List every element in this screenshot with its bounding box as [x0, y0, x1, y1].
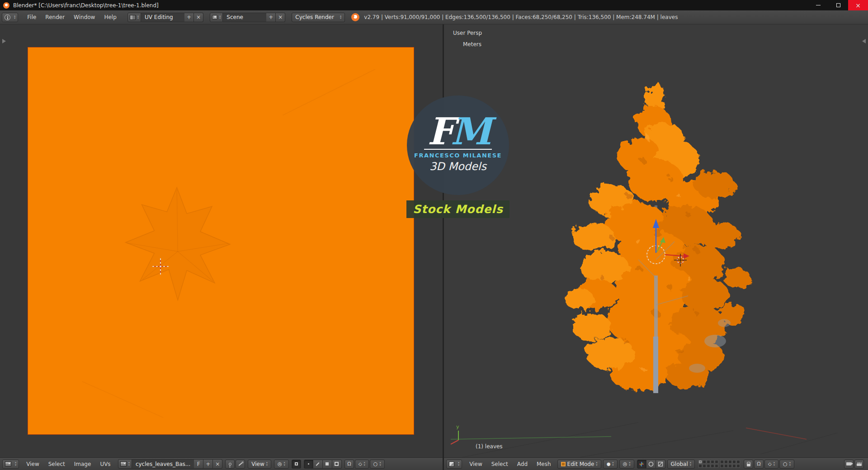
rotate-manipulator-button[interactable]: [646, 460, 656, 469]
close-icon: ×: [855, 2, 861, 9]
new-image-button[interactable]: +: [203, 459, 213, 469]
layer-toggle[interactable]: [698, 464, 702, 468]
image-name-field[interactable]: cycles_leaves_Bas...: [132, 459, 194, 469]
menu-file[interactable]: File: [23, 10, 41, 24]
layer-toggle[interactable]: [720, 460, 724, 464]
add-layout-button[interactable]: +: [184, 13, 194, 22]
proportional-edit-dropdown[interactable]: ○ ▴▾: [370, 460, 385, 469]
browse-image-button[interactable]: ▴▾: [118, 459, 132, 469]
v3d-menu-view[interactable]: View: [465, 458, 486, 470]
uv-menu-view[interactable]: View: [22, 458, 43, 470]
menu-render[interactable]: Render: [41, 10, 69, 24]
render-engine-dropdown[interactable]: Cycles Render ▴▾: [292, 13, 345, 22]
viewport-canvas[interactable]: y User Persp Meters (1) leaves: [444, 24, 868, 457]
layer-toggle[interactable]: [698, 460, 702, 464]
lock-to-scene-button[interactable]: [744, 460, 753, 469]
image-paint-button[interactable]: [236, 460, 245, 469]
layer-toggle[interactable]: [703, 464, 706, 468]
layer-toggle[interactable]: [707, 464, 710, 468]
select-mode-edge-button[interactable]: [313, 460, 323, 469]
snap-element-dropdown[interactable]: ◇ ▴▾: [764, 460, 778, 469]
layers-widget: [698, 460, 740, 468]
uv-mode-dropdown[interactable]: View ▴▾: [248, 460, 271, 469]
snap-target-dropdown[interactable]: ◇ ▴▾: [355, 460, 369, 469]
layer-toggle[interactable]: [732, 460, 736, 464]
viewport-shading-dropdown[interactable]: ● ▴▾: [603, 460, 618, 469]
select-mode-vertex-button[interactable]: [304, 460, 313, 469]
mode-dropdown[interactable]: Edit Mode ▴▾: [557, 460, 601, 469]
fake-user-button[interactable]: F: [194, 459, 203, 469]
browse-layout-button[interactable]: ▴▾: [127, 13, 141, 22]
delete-scene-button[interactable]: ×: [276, 13, 285, 22]
translate-icon: [638, 461, 645, 467]
dropdown-arrows-icon: ▴▾: [266, 461, 268, 466]
layer-toggle[interactable]: [736, 460, 740, 464]
pivot-point-dropdown[interactable]: ◎ ▴▾: [619, 460, 634, 469]
uv-menu-select[interactable]: Select: [44, 458, 70, 470]
menu-window[interactable]: Window: [69, 10, 99, 24]
add-scene-button[interactable]: +: [266, 13, 276, 22]
minimize-button[interactable]: [808, 0, 828, 10]
editor-type-button[interactable]: ▴▾: [446, 460, 462, 469]
uv-2d-cursor[interactable]: [152, 258, 169, 275]
snap-button[interactable]: Ω: [344, 460, 354, 469]
pin-image-button[interactable]: [225, 460, 235, 469]
uv-sync-select-button[interactable]: [292, 460, 301, 469]
v3d-menu-add[interactable]: Add: [513, 458, 532, 470]
snap-button[interactable]: Ω: [754, 460, 764, 469]
watermark: FM FRANCESCO MILANESE 3D Models Stock Mo…: [406, 95, 510, 218]
select-mode-island-button[interactable]: [332, 460, 342, 469]
layer-toggle[interactable]: [724, 460, 728, 464]
opengl-render-anim-button[interactable]: [854, 460, 864, 469]
layer-toggle[interactable]: [707, 460, 710, 464]
layer-toggle[interactable]: [736, 464, 740, 468]
workspace: ▴▾ View Select Image UVs ▴▾ cycles_leave…: [0, 24, 868, 470]
scale-manipulator-button[interactable]: [656, 460, 665, 469]
unlink-image-button[interactable]: ×: [213, 459, 222, 469]
proportional-edit-dropdown[interactable]: ○ ▴▾: [779, 460, 794, 469]
select-mode-face-button[interactable]: [323, 460, 332, 469]
layer-toggle[interactable]: [711, 464, 714, 468]
layer-toggle[interactable]: [732, 464, 736, 468]
layer-toggle[interactable]: [728, 460, 732, 464]
rotate-icon: [648, 461, 654, 467]
leaves-texture-image[interactable]: [28, 47, 414, 435]
scene-statistics: v2.79 | Verts:91,000/91,000 | Edges:136,…: [364, 14, 678, 20]
watermark-divider-line: [424, 149, 492, 150]
uv-menu-image[interactable]: Image: [70, 458, 96, 470]
uv-canvas[interactable]: [0, 24, 443, 457]
close-button[interactable]: ×: [848, 0, 868, 10]
screen-layout-icon: [130, 15, 136, 20]
layer-toggle[interactable]: [715, 464, 718, 468]
info-icon: [5, 14, 10, 20]
layer-toggle[interactable]: [711, 460, 714, 464]
maximize-button[interactable]: [828, 0, 848, 10]
layout-name-field[interactable]: UV Editing: [141, 13, 184, 22]
watermark-initials: FM: [428, 116, 489, 147]
screen-layout-selector: ▴▾ UV Editing + ×: [127, 13, 203, 22]
v3d-menu-mesh[interactable]: Mesh: [532, 458, 556, 470]
delete-layout-button[interactable]: ×: [194, 13, 203, 22]
opengl-render-image-button[interactable]: [844, 460, 854, 469]
layer-toggle[interactable]: [720, 464, 724, 468]
manipulator-group: [637, 460, 665, 469]
info-editor-type-button[interactable]: ▴▾: [2, 13, 18, 22]
browse-scene-button[interactable]: ▴▾: [210, 13, 223, 22]
layer-toggle[interactable]: [703, 460, 706, 464]
layer-toggle[interactable]: [715, 460, 718, 464]
island-mode-icon: [335, 462, 339, 466]
proportional-icon: ○: [783, 461, 788, 467]
transform-orientation-dropdown[interactable]: Global ▴▾: [667, 460, 695, 469]
uv-menu-uvs[interactable]: UVs: [95, 458, 115, 470]
translate-manipulator-button[interactable]: [637, 460, 646, 469]
brush-icon: [238, 462, 242, 466]
v3d-menu-select[interactable]: Select: [487, 458, 513, 470]
uv-pivot-dropdown[interactable]: ◎ ▴▾: [274, 460, 289, 469]
editor-type-button[interactable]: ▴▾: [2, 460, 19, 469]
region-expand-arrow[interactable]: [2, 39, 6, 43]
layer-toggle[interactable]: [724, 464, 728, 468]
floor-grid-lines: [462, 423, 837, 457]
scene-name-field[interactable]: Scene: [223, 13, 266, 22]
menu-help[interactable]: Help: [99, 10, 121, 24]
layer-toggle[interactable]: [728, 464, 732, 468]
